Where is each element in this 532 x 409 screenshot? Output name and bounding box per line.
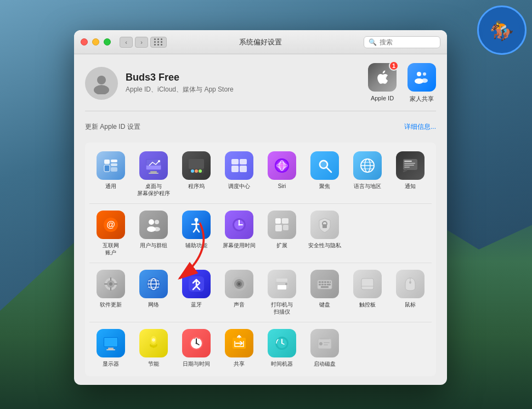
- icons-row-3: 软件更新 网络 蓝牙: [89, 268, 432, 322]
- software-icon: [97, 270, 125, 298]
- minimize-button[interactable]: [92, 38, 99, 46]
- family-sharing-action[interactable]: 家人共享: [408, 63, 436, 103]
- search-box[interactable]: 🔍: [364, 36, 440, 48]
- trackpad-label: 触控板: [359, 301, 376, 308]
- general-icon: [97, 151, 125, 180]
- keyboard-label: 键盘: [319, 301, 330, 308]
- icon-general[interactable]: 通用: [89, 149, 132, 199]
- mouse-label: 鼠标: [405, 301, 416, 308]
- forward-button[interactable]: ›: [135, 37, 148, 48]
- sharing-icon: [225, 329, 253, 357]
- icon-notification[interactable]: 通知: [389, 149, 432, 199]
- svg-rect-82: [276, 279, 287, 282]
- family-logo-icon: [412, 68, 431, 87]
- svg-rect-89: [324, 281, 326, 283]
- svg-point-85: [285, 283, 287, 285]
- icon-mouse[interactable]: 鼠标: [389, 268, 432, 317]
- icon-screentime[interactable]: 屏幕使用时间: [218, 208, 261, 258]
- icon-language[interactable]: 语言与地区: [346, 149, 389, 199]
- apple-id-label: Apple ID: [371, 95, 394, 101]
- close-button[interactable]: [81, 38, 88, 46]
- svg-point-70: [109, 282, 112, 286]
- svg-rect-94: [324, 284, 326, 286]
- datetime-label: 日期与时间: [183, 360, 210, 367]
- icon-sharing[interactable]: 共享: [218, 327, 261, 370]
- notification-icon: [396, 151, 425, 180]
- search-input[interactable]: [380, 38, 435, 46]
- icon-sound[interactable]: 声音: [218, 268, 261, 317]
- titlebar: ‹ › 系统偏好设置 🔍: [74, 30, 447, 54]
- sound-label: 声音: [234, 301, 245, 308]
- siri-label: Siri: [278, 183, 286, 190]
- svg-rect-65: [283, 225, 288, 230]
- timemachine-icon: [268, 329, 296, 357]
- svg-point-50: [155, 220, 159, 224]
- svg-line-34: [327, 168, 331, 172]
- svg-rect-87: [319, 281, 321, 283]
- software-label: 软件更新: [100, 301, 122, 308]
- icon-datetime[interactable]: 日期与时间: [175, 327, 218, 370]
- apple-id-action[interactable]: 1 Apple ID: [368, 63, 397, 103]
- nav-buttons: ‹ ›: [120, 37, 148, 48]
- back-button[interactable]: ‹: [120, 37, 133, 48]
- icon-startup[interactable]: 启动磁盘: [303, 327, 346, 370]
- svg-point-120: [319, 342, 322, 345]
- svg-rect-104: [106, 349, 115, 350]
- desktop-label: 桌面与 屏幕保护程序: [137, 183, 170, 197]
- icon-timemachine[interactable]: 时间机器: [261, 327, 303, 370]
- icon-desktop[interactable]: 桌面与 屏幕保护程序: [132, 149, 175, 199]
- svg-rect-92: [319, 284, 321, 286]
- profile-subtitle: Apple ID、iCloud、媒体与 App Store: [126, 85, 368, 94]
- update-banner: 更新 Apple ID 设置 详细信息...: [85, 119, 436, 135]
- grid-view-button[interactable]: [150, 37, 167, 48]
- icon-bluetooth[interactable]: 蓝牙: [175, 268, 218, 317]
- update-link[interactable]: 详细信息...: [404, 122, 436, 132]
- icon-printer[interactable]: 打印机与 扫描仪: [261, 268, 303, 317]
- svg-rect-44: [404, 167, 410, 168]
- family-label: 家人共享: [410, 95, 434, 103]
- icon-users[interactable]: 用户与群组: [132, 208, 175, 258]
- icon-dock[interactable]: 程序坞: [175, 149, 218, 199]
- svg-rect-123: [320, 338, 329, 339]
- grid-dot: [161, 38, 162, 40]
- icon-energy[interactable]: 节能: [132, 327, 175, 370]
- family-icon-container: [408, 63, 436, 92]
- icon-network[interactable]: 网络: [132, 268, 175, 317]
- icons-row-2: @ 互联网 账户 用户与群组 辅助功能: [89, 208, 432, 263]
- svg-point-81: [238, 283, 240, 285]
- icon-accessibility[interactable]: 辅助功能: [175, 208, 218, 258]
- icon-trackpad[interactable]: 触控板: [346, 268, 389, 317]
- icon-mission[interactable]: 调度中心: [218, 149, 261, 199]
- energy-label: 节能: [148, 360, 159, 367]
- icon-extensions[interactable]: 扩展: [261, 208, 303, 258]
- icon-display[interactable]: 显示器: [89, 327, 132, 370]
- accessibility-label: 辅助功能: [185, 242, 207, 249]
- svg-point-48: [149, 219, 154, 225]
- icon-keyboard[interactable]: 键盘: [303, 268, 346, 317]
- svg-point-7: [421, 78, 428, 83]
- svg-point-21: [191, 169, 194, 173]
- sharing-label: 共享: [234, 360, 245, 367]
- icon-spotlight[interactable]: 聚焦: [303, 149, 346, 199]
- maximize-button[interactable]: [104, 38, 111, 46]
- icon-internet[interactable]: @ 互联网 账户: [89, 208, 132, 258]
- icon-security[interactable]: 安全性与隐私: [303, 208, 346, 258]
- icon-software[interactable]: 软件更新: [89, 268, 132, 317]
- icon-siri[interactable]: Siri: [261, 149, 303, 199]
- grid-dot: [154, 44, 156, 46]
- grid-dot: [157, 44, 159, 46]
- svg-point-106: [152, 338, 155, 342]
- startup-label: 启动磁盘: [314, 360, 336, 367]
- mission-label: 调度中心: [228, 183, 250, 190]
- svg-rect-17: [150, 171, 157, 173]
- grid-dots-icon: [154, 38, 163, 46]
- profile-section: Buds3 Free Apple ID、iCloud、媒体与 App Store…: [85, 63, 436, 111]
- keyboard-icon: [310, 270, 339, 298]
- accessibility-icon: [182, 211, 211, 239]
- svg-point-22: [195, 169, 198, 173]
- svg-text:@: @: [106, 220, 115, 229]
- network-label: 网络: [148, 301, 159, 308]
- svg-line-45: [403, 170, 407, 172]
- svg-point-51: [154, 227, 160, 231]
- svg-rect-62: [275, 218, 281, 224]
